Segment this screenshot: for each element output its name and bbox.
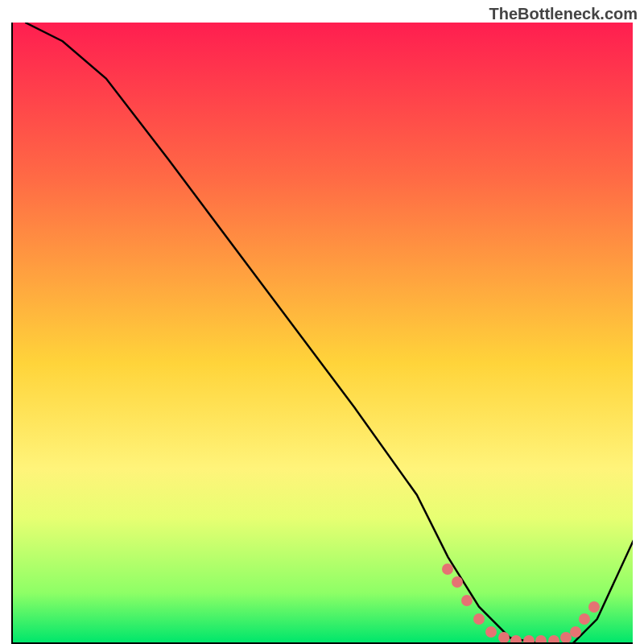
scatter-point — [461, 595, 473, 606]
scatter-point — [442, 564, 453, 575]
bottleneck-curve-line — [25, 23, 633, 644]
scatter-point — [548, 635, 559, 644]
scatter-point — [452, 576, 463, 588]
scatter-point — [535, 635, 547, 644]
scatter-point — [498, 632, 510, 643]
scatter-point — [588, 601, 600, 613]
chart-svg — [13, 23, 633, 644]
scatter-point — [485, 626, 497, 638]
scatter-point — [570, 626, 581, 638]
scatter-point — [523, 635, 535, 644]
scatter-point — [510, 635, 522, 644]
bottleneck-chart — [11, 23, 633, 644]
scatter-point — [579, 613, 590, 625]
scatter-point — [473, 613, 485, 625]
attribution-text: TheBottleneck.com — [489, 5, 638, 23]
